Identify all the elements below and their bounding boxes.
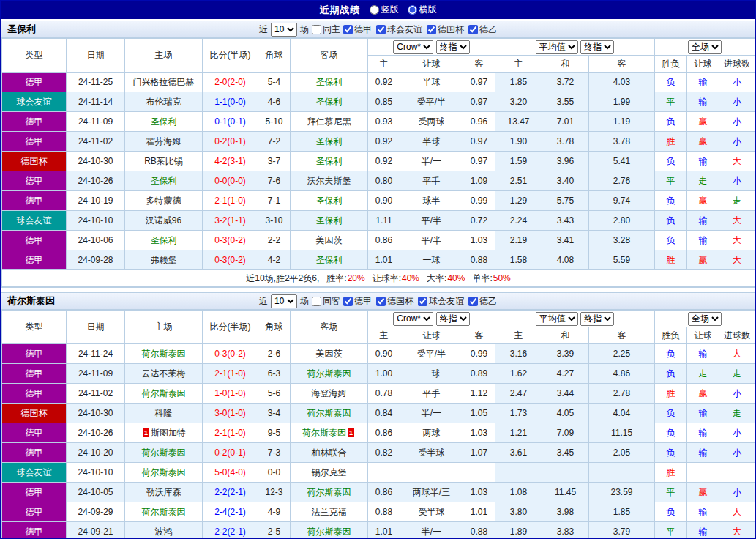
away-team-name[interactable]: 美因茨 xyxy=(316,349,343,359)
avg-away: 4.86 xyxy=(589,364,655,384)
league-filter[interactable]: 德甲 xyxy=(343,23,372,36)
home-team-name[interactable]: 圣保利 xyxy=(151,176,177,186)
home-team-name[interactable]: 弗赖堡 xyxy=(151,255,177,265)
away-team-name[interactable]: 柏林联合 xyxy=(312,447,347,458)
home-team-name[interactable]: 汉诺威96 xyxy=(146,215,181,226)
corner-score: 4-9 xyxy=(258,502,291,522)
home-team-name[interactable]: 荷尔斯泰因 xyxy=(142,349,186,359)
league-checkbox[interactable] xyxy=(376,297,386,306)
away-team-name[interactable]: 圣保利 xyxy=(316,136,343,146)
league-filter[interactable]: 球会友谊 xyxy=(418,295,464,308)
league-label: 德甲 xyxy=(26,116,43,127)
match-score: 2-1(1-0) xyxy=(203,423,258,443)
avg-source-select[interactable]: 平均值 xyxy=(536,312,578,326)
odds-stage-select[interactable]: 终指 xyxy=(436,312,470,326)
rounds-select[interactable]: 10 xyxy=(271,23,297,37)
league-checkbox[interactable] xyxy=(376,25,386,34)
away-team-name[interactable]: 海登海姆 xyxy=(312,388,347,398)
away-team-name[interactable]: 圣保利 xyxy=(316,156,343,166)
away-team-name[interactable]: 拜仁慕尼黑 xyxy=(307,116,351,127)
home-team-name[interactable]: 荷尔斯泰因 xyxy=(142,507,186,517)
home-team-name[interactable]: 科隆 xyxy=(155,408,173,418)
league-checkbox[interactable] xyxy=(468,25,478,34)
league-filter[interactable]: 球会友谊 xyxy=(376,23,422,36)
home-team-name[interactable]: 圣保利 xyxy=(151,235,177,245)
home-team-name[interactable]: 荷尔斯泰因 xyxy=(142,388,186,398)
fulltime-select[interactable]: 全场 xyxy=(688,40,722,54)
away-team-name[interactable]: 圣保利 xyxy=(316,77,343,87)
layout-option-vertical[interactable]: 竖版 xyxy=(370,4,399,16)
avg-away: 3.79 xyxy=(589,522,655,539)
fulltime-select[interactable]: 全场 xyxy=(688,312,722,326)
bookmaker-select[interactable]: Crow* xyxy=(393,312,433,326)
league-checkbox[interactable] xyxy=(418,297,427,306)
away-team-name[interactable]: 圣保利 xyxy=(316,97,343,107)
league-checkbox[interactable] xyxy=(343,25,353,34)
home-team-name[interactable]: 圣保利 xyxy=(151,116,177,127)
home-team-name[interactable]: 波鸿 xyxy=(155,527,173,537)
league-filter[interactable]: 德国杯 xyxy=(376,295,413,308)
league-checkbox[interactable] xyxy=(343,297,353,306)
away-team-name[interactable]: 锡尔克堡 xyxy=(312,467,347,477)
league-filter[interactable]: 德乙 xyxy=(468,23,497,36)
layout-radio[interactable] xyxy=(408,5,417,15)
avg-away: 2.05 xyxy=(589,443,655,463)
away-team-name[interactable]: 圣保利 xyxy=(316,255,343,265)
bookmaker-select[interactable]: Crow* xyxy=(393,40,433,54)
team-name: 圣保利 xyxy=(7,21,36,37)
result-handicap: 输 xyxy=(687,73,719,92)
away-team-name[interactable]: 法兰克福 xyxy=(312,507,347,517)
subcol-avg-away: 客 xyxy=(589,56,655,73)
same-venue-checkbox[interactable] xyxy=(312,297,321,306)
avg-away: 1.19 xyxy=(589,112,655,132)
same-venue-checkbox[interactable] xyxy=(312,25,321,34)
same-venue-filter[interactable]: 同主 xyxy=(312,23,340,36)
team-section: 圣保利 近 10 场 同主 德甲球会友谊德国杯德乙 类型 xyxy=(1,21,755,288)
away-team-name[interactable]: 荷尔斯泰因 xyxy=(307,368,351,379)
league-filter-label: 德乙 xyxy=(479,23,497,36)
handicap-line: 两球 xyxy=(400,423,463,443)
rounds-select[interactable]: 10 xyxy=(271,294,297,308)
home-team-name[interactable]: 多特蒙德 xyxy=(146,196,181,206)
away-team-name[interactable]: 美因茨 xyxy=(316,235,343,245)
league-filter[interactable]: 德甲 xyxy=(343,295,372,308)
home-team-name[interactable]: 门兴格拉德巴赫 xyxy=(133,77,195,87)
avg-stage-select[interactable]: 终指 xyxy=(580,312,614,326)
away-team-name[interactable]: 荷尔斯泰因 xyxy=(307,527,351,537)
avg-source-select[interactable]: 平均值 xyxy=(536,40,578,54)
home-team-name[interactable]: 勒沃库森 xyxy=(146,487,181,497)
result-outcome: 负 xyxy=(655,231,687,250)
away-team-name[interactable]: 沃尔夫斯堡 xyxy=(307,176,351,186)
home-team-name[interactable]: 霍芬海姆 xyxy=(146,136,181,146)
league-filters: 德甲德国杯球会友谊德乙 xyxy=(343,295,497,308)
summary-stat-label: 让球率: xyxy=(373,273,401,283)
away-team-name[interactable]: 荷尔斯泰因 xyxy=(307,487,351,497)
home-team-name[interactable]: 斯图加特 xyxy=(151,428,186,438)
avg-stage-select[interactable]: 终指 xyxy=(580,40,614,54)
odds-stage-select[interactable]: 终指 xyxy=(436,40,470,54)
home-team-name[interactable]: RB莱比锡 xyxy=(144,156,183,166)
corner-score: 3-10 xyxy=(258,211,291,231)
home-team-name[interactable]: 荷尔斯泰因 xyxy=(142,467,186,477)
result-goals: 小 xyxy=(719,423,755,443)
league-checkbox[interactable] xyxy=(468,297,478,306)
away-team-name[interactable]: 圣保利 xyxy=(316,196,343,206)
league-filter[interactable]: 德国杯 xyxy=(427,23,464,36)
away-team-cell: 圣保利 xyxy=(291,211,368,231)
league-label: 德甲 xyxy=(26,428,43,438)
layout-option-horizontal[interactable]: 横版 xyxy=(408,4,437,16)
layout-radio[interactable] xyxy=(370,5,379,15)
home-team-name[interactable]: 布伦瑞克 xyxy=(146,97,181,107)
match-date: 24-11-25 xyxy=(67,73,125,92)
league-filter[interactable]: 德乙 xyxy=(468,295,497,308)
away-team-name[interactable]: 圣保利 xyxy=(316,215,343,226)
away-team-name[interactable]: 荷尔斯泰因 xyxy=(307,408,351,418)
league-checkbox[interactable] xyxy=(427,25,436,34)
games-label: 场 xyxy=(300,295,309,308)
away-team-name[interactable]: 荷尔斯泰因 xyxy=(302,428,346,438)
home-team-name[interactable]: 云达不莱梅 xyxy=(142,368,186,379)
home-team-name[interactable]: 荷尔斯泰因 xyxy=(142,447,186,458)
same-venue-filter[interactable]: 同客 xyxy=(312,295,340,308)
home-team-cell: 荷尔斯泰因 xyxy=(125,384,203,404)
subcol-avg-home: 主 xyxy=(495,327,542,344)
